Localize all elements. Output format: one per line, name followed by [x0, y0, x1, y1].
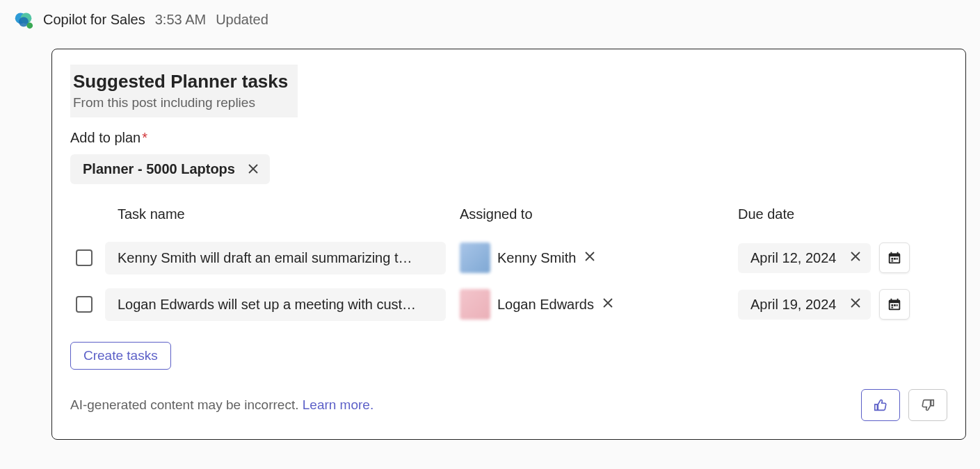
calendar-button[interactable]	[879, 289, 910, 320]
svg-rect-16	[897, 304, 898, 306]
clear-plan-icon[interactable]	[246, 162, 260, 176]
task-table: Task name Assigned to Due date Kenny Smi…	[70, 201, 947, 328]
task-name-input[interactable]: Kenny Smith will draft an email summariz…	[105, 242, 446, 274]
thumbs-down-icon	[920, 397, 935, 413]
due-date-cell: April 12, 2024	[738, 242, 954, 273]
suggested-tasks-card: Suggested Planner tasks From this post i…	[51, 49, 966, 440]
copilot-icon	[14, 10, 33, 29]
svg-rect-8	[897, 258, 898, 260]
remove-assignee-icon[interactable]	[584, 251, 595, 265]
avatar	[460, 242, 490, 273]
calendar-icon	[887, 250, 902, 265]
svg-rect-11	[897, 252, 899, 255]
date-chip[interactable]: April 19, 2024	[738, 290, 871, 320]
svg-rect-6	[892, 258, 894, 260]
required-asterisk: *	[142, 130, 147, 145]
plan-label-text: Add to plan	[70, 130, 140, 145]
date-chip[interactable]: April 12, 2024	[738, 243, 871, 273]
assignee-name: Logan Edwards	[497, 297, 594, 313]
task-checkbox[interactable]	[76, 249, 93, 266]
create-tasks-button[interactable]: Create tasks	[70, 342, 171, 370]
app-header: Copilot for Sales 3:53 AM Updated	[0, 0, 980, 39]
thumbs-up-icon	[873, 397, 888, 413]
svg-rect-15	[894, 304, 897, 306]
task-checkbox[interactable]	[76, 296, 93, 313]
calendar-button[interactable]	[879, 242, 910, 273]
ai-disclaimer: AI-generated content may be incorrect. L…	[70, 397, 373, 413]
disclaimer-text: AI-generated content may be incorrect.	[70, 397, 298, 412]
svg-rect-10	[891, 252, 892, 255]
clear-date-icon[interactable]	[850, 251, 861, 265]
task-name-input[interactable]: Logan Edwards will set up a meeting with…	[105, 288, 446, 321]
date-text: April 19, 2024	[750, 297, 836, 313]
col-task-name: Task name	[105, 206, 460, 222]
plan-chip-text: Planner - 5000 Laptops	[83, 161, 235, 177]
col-due-date: Due date	[738, 206, 954, 222]
col-assigned-to: Assigned to	[460, 206, 738, 222]
app-name: Copilot for Sales	[43, 12, 145, 28]
plan-chip[interactable]: Planner - 5000 Laptops	[70, 154, 270, 184]
assignee-cell: Kenny Smith	[460, 242, 738, 273]
task-row: Logan Edwards will set up a meeting with…	[70, 281, 947, 328]
card-footer: AI-generated content may be incorrect. L…	[70, 389, 947, 421]
due-date-cell: April 19, 2024	[738, 289, 954, 320]
svg-rect-17	[892, 307, 894, 308]
svg-rect-9	[892, 261, 894, 262]
feedback-buttons	[861, 389, 947, 421]
assignee-cell: Logan Edwards	[460, 289, 738, 320]
plan-field-label: Add to plan*	[70, 130, 947, 146]
remove-assignee-icon[interactable]	[602, 297, 613, 312]
svg-rect-19	[897, 299, 899, 302]
date-text: April 12, 2024	[750, 250, 836, 266]
calendar-icon	[887, 297, 902, 312]
assignee-name: Kenny Smith	[497, 250, 576, 266]
card-subtitle: From this post including replies	[73, 95, 288, 110]
svg-point-3	[26, 22, 33, 28]
svg-rect-14	[892, 304, 894, 306]
learn-more-link[interactable]: Learn more.	[303, 397, 373, 412]
clear-date-icon[interactable]	[850, 297, 861, 312]
svg-rect-7	[894, 258, 897, 260]
title-block: Suggested Planner tasks From this post i…	[70, 65, 298, 117]
task-row: Kenny Smith will draft an email summariz…	[70, 235, 947, 281]
avatar	[460, 289, 490, 320]
thumbs-up-button[interactable]	[861, 389, 900, 421]
timestamp: 3:53 AM	[155, 12, 206, 28]
status-label: Updated	[216, 12, 268, 28]
thumbs-down-button[interactable]	[908, 389, 947, 421]
table-header: Task name Assigned to Due date	[70, 201, 947, 235]
svg-rect-18	[891, 299, 892, 302]
card-title: Suggested Planner tasks	[73, 70, 288, 94]
